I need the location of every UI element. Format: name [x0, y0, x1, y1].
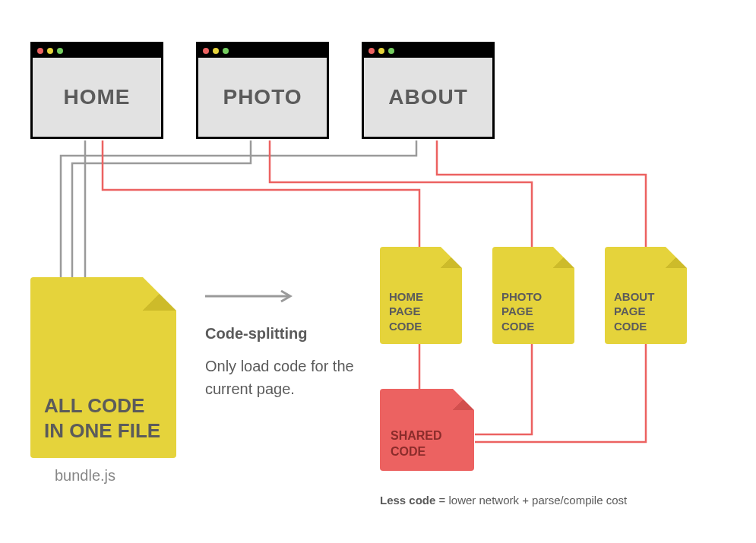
- page-fold-icon: [453, 389, 474, 410]
- browser-titlebar: [364, 44, 492, 58]
- browser-titlebar: [33, 44, 161, 58]
- bundle-caption: bundle.js: [55, 467, 115, 485]
- window-dot-red-icon: [369, 48, 375, 54]
- page-fold-icon: [553, 247, 574, 268]
- browser-label: PHOTO: [198, 58, 327, 137]
- browser-label: HOME: [33, 58, 161, 137]
- browser-window-home: HOME: [30, 42, 163, 139]
- browser-window-photo: PHOTO: [196, 42, 329, 139]
- window-dot-red-icon: [203, 48, 209, 54]
- description-body: Only load code for the current page.: [205, 355, 365, 400]
- page-fold-icon: [441, 247, 462, 268]
- window-dot-yellow-icon: [378, 48, 384, 54]
- window-dot-yellow-icon: [213, 48, 219, 54]
- window-dot-red-icon: [37, 48, 43, 54]
- file-about-chunk: ABOUT PAGE CODE: [605, 247, 687, 344]
- description-block: Code-splitting Only load code for the cu…: [205, 325, 365, 400]
- window-dot-green-icon: [388, 48, 394, 54]
- window-dot-green-icon: [223, 48, 229, 54]
- file-label: HOME PAGE CODE: [389, 289, 423, 334]
- file-label: ALL CODE IN ONE FILE: [44, 393, 163, 443]
- file-photo-chunk: PHOTO PAGE CODE: [492, 247, 574, 344]
- file-shared-chunk: SHARED CODE: [380, 389, 474, 471]
- file-label: PHOTO PAGE CODE: [501, 289, 542, 334]
- footnote: Less code = lower network + parse/compil…: [380, 494, 627, 507]
- window-dot-green-icon: [57, 48, 63, 54]
- browser-label: ABOUT: [364, 58, 492, 137]
- file-label: ABOUT PAGE CODE: [614, 289, 654, 334]
- file-bundle: ALL CODE IN ONE FILE: [30, 277, 176, 458]
- footnote-rest: = lower network + parse/compile cost: [435, 494, 627, 507]
- file-label: SHARED CODE: [391, 428, 442, 460]
- page-fold-icon: [143, 277, 176, 311]
- file-home-chunk: HOME PAGE CODE: [380, 247, 462, 344]
- browser-window-about: ABOUT: [362, 42, 495, 139]
- page-fold-icon: [666, 247, 687, 268]
- browser-titlebar: [198, 44, 327, 58]
- description-title: Code-splitting: [205, 325, 365, 343]
- footnote-bold: Less code: [380, 494, 435, 507]
- window-dot-yellow-icon: [47, 48, 53, 54]
